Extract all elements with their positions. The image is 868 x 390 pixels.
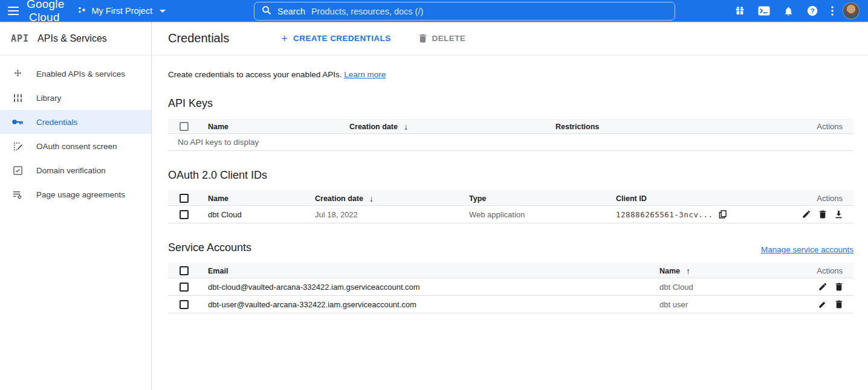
column-header-name: Name (208, 123, 349, 131)
row-checkbox[interactable] (180, 283, 189, 292)
plus-icon: + (281, 33, 288, 44)
search-label: Search (277, 7, 305, 16)
api-keys-table: Name Creation date ↓ Restrictions Action… (168, 119, 853, 151)
oauth-consent-icon (12, 142, 23, 151)
sidebar-nav: Enabled APIs & services Library Credenti… (0, 56, 151, 206)
gift-icon[interactable] (728, 0, 752, 22)
cloud-shell-icon[interactable] (752, 0, 776, 22)
create-credentials-button[interactable]: + CREATE CREDENTIALS (281, 33, 390, 44)
oauth-section-header: OAuth 2.0 Client IDs (168, 169, 853, 182)
column-header-client-id: Client ID (616, 194, 787, 203)
manage-service-accounts-link[interactable]: Manage service accounts (761, 245, 853, 254)
api-keys-section-header: API Keys (168, 97, 853, 110)
sidebar-header: API APIs & Services (0, 22, 151, 56)
sidebar-item-label: Enabled APIs & services (36, 69, 125, 78)
learn-more-link[interactable]: Learn more (344, 70, 386, 79)
column-header-actions: Actions (787, 266, 853, 275)
column-header-restrictions: Restrictions (555, 123, 787, 131)
oauth-title: OAuth 2.0 Client IDs (168, 169, 267, 182)
intro-text: Create credentials to access your enable… (168, 70, 853, 79)
chevron-down-icon (160, 10, 166, 13)
edit-icon[interactable] (802, 210, 811, 219)
content-area: Create credentials to access your enable… (152, 56, 868, 313)
google-cloud-logo[interactable]: GoogleCloud (27, 0, 64, 24)
project-icon (77, 5, 86, 16)
copy-icon[interactable] (719, 210, 727, 219)
oauth-client-type: Web application (469, 210, 616, 219)
main-content: Credentials + CREATE CREDENTIALS DELETE … (152, 22, 868, 390)
user-avatar[interactable] (843, 2, 860, 19)
menu-icon[interactable] (0, 0, 27, 22)
gcp-console: GoogleCloud My First Project Search Prod… (0, 0, 868, 390)
column-header-email: Email (208, 267, 659, 275)
service-account-row: dbt-user@vaulted-arcana-332422.iam.gserv… (168, 296, 853, 313)
more-options-icon[interactable] (824, 0, 840, 22)
service-accounts-section-header: Service Accounts Manage service accounts (168, 241, 853, 254)
service-accounts-title: Service Accounts (168, 241, 251, 254)
sidebar: API APIs & Services Enabled APIs & servi… (0, 22, 152, 390)
oauth-table: Name Creation date ↓ Type Client ID Acti… (168, 191, 853, 223)
service-accounts-table: Email Name ↑ Actions dbt-cloud@vaulted-a… (168, 263, 853, 313)
sidebar-item-enabled-apis[interactable]: Enabled APIs & services (0, 62, 151, 86)
search-placeholder: Products, resources, docs (/) (311, 7, 423, 16)
notifications-bell-icon[interactable] (776, 0, 800, 22)
delete-button[interactable]: DELETE (419, 34, 466, 43)
sidebar-title: APIs & Services (37, 33, 107, 44)
edit-icon[interactable] (818, 300, 827, 308)
sidebar-item-label: Page usage agreements (36, 190, 125, 199)
project-name: My First Project (91, 6, 152, 16)
sidebar-item-label: OAuth consent screen (36, 142, 117, 151)
sidebar-item-credentials[interactable]: Credentials (0, 110, 151, 134)
column-header-creation-date[interactable]: Creation date ↓ (349, 122, 555, 132)
select-all-checkbox[interactable] (180, 266, 189, 275)
oauth-client-name: dbt Cloud (208, 210, 315, 219)
trash-icon[interactable] (835, 283, 843, 291)
column-header-creation-date[interactable]: Creation date ↓ (315, 194, 469, 203)
trash-icon[interactable] (819, 210, 826, 219)
sidebar-item-label: Library (36, 94, 61, 103)
sidebar-item-label: Domain verification (36, 166, 106, 175)
service-account-email: dbt-cloud@vaulted-arcana-332422.iam.gser… (208, 283, 659, 292)
oauth-client-row: dbt Cloud Jul 18, 2022 Web application 1… (168, 206, 853, 223)
search-icon (262, 5, 271, 18)
help-icon[interactable]: ? (800, 0, 824, 22)
service-account-name: dbt Cloud (659, 283, 787, 292)
sidebar-item-library[interactable]: Library (0, 86, 151, 110)
page-usage-agreements-icon (12, 190, 23, 199)
sidebar-item-page-usage[interactable]: Page usage agreements (0, 182, 151, 206)
column-header-name[interactable]: Name ↑ (659, 266, 787, 276)
library-icon (12, 94, 23, 103)
select-all-checkbox[interactable] (180, 194, 189, 203)
enabled-apis-icon (12, 69, 23, 79)
sidebar-item-domain-verification[interactable]: Domain verification (0, 158, 151, 182)
row-checkbox[interactable] (180, 300, 189, 309)
sort-asc-icon: ↑ (686, 266, 690, 276)
oauth-client-creation-date: Jul 18, 2022 (315, 210, 469, 219)
row-checkbox[interactable] (180, 210, 189, 219)
project-selector[interactable]: My First Project (77, 5, 166, 16)
api-product-icon: API (11, 33, 29, 44)
column-header-name: Name (208, 194, 315, 203)
edit-icon[interactable] (818, 283, 827, 291)
download-icon[interactable] (835, 210, 843, 219)
sort-desc-icon: ↓ (404, 122, 408, 132)
client-id-value: 128886265561-3ncv... (616, 210, 713, 219)
service-account-row: dbt-cloud@vaulted-arcana-332422.iam.gser… (168, 278, 853, 296)
column-header-actions: Actions (787, 122, 853, 131)
topbar-actions: ? (728, 0, 863, 22)
api-keys-table-header: Name Creation date ↓ Restrictions Action… (168, 119, 853, 134)
row-actions (787, 283, 853, 291)
service-accounts-table-header: Email Name ↑ Actions (168, 263, 853, 278)
column-header-type: Type (469, 194, 616, 203)
select-all-checkbox[interactable] (180, 122, 189, 131)
sort-desc-icon: ↓ (369, 194, 374, 203)
page-title: Credentials (168, 31, 229, 45)
api-keys-empty-message: No API keys to display (168, 134, 853, 151)
column-header-actions: Actions (787, 194, 853, 203)
oauth-table-header: Name Creation date ↓ Type Client ID Acti… (168, 191, 853, 206)
trash-icon (419, 34, 427, 43)
trash-icon[interactable] (835, 300, 843, 308)
sidebar-item-oauth-consent[interactable]: OAuth consent screen (0, 134, 151, 158)
domain-verification-icon (12, 166, 23, 175)
search-input[interactable]: Search Products, resources, docs (/) (254, 2, 675, 21)
